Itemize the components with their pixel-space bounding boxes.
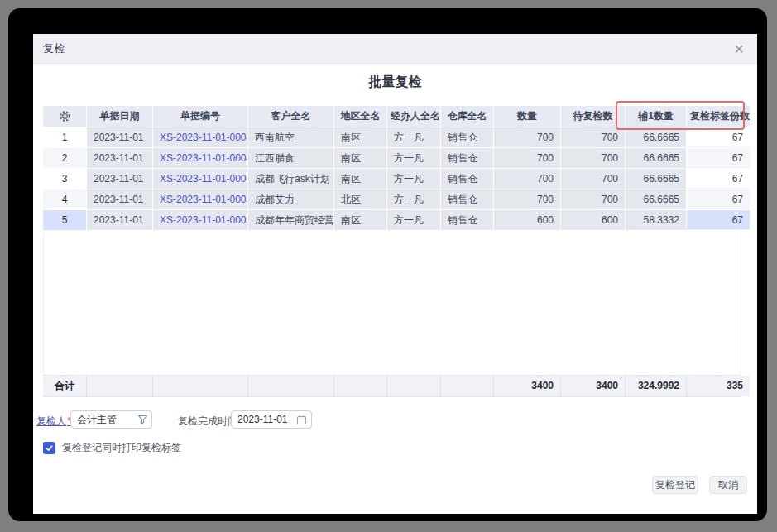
dialog-header: 复检 × [33, 34, 757, 64]
cell-aux1: 66.6665 [626, 169, 686, 189]
print-label-checkbox-label: 复检登记同时打印复检标签 [62, 441, 181, 455]
column-settings-gear-icon[interactable] [43, 106, 86, 127]
cell-region: 南区 [334, 210, 386, 230]
total-cell-docno [153, 376, 247, 396]
cell-rownum[interactable]: 5 [43, 210, 86, 230]
print-label-checkbox[interactable] [43, 442, 55, 454]
table-row[interactable]: 52023-11-01XS-2023-11-01-00051成都年年商贸经营部南… [43, 210, 741, 230]
batch-reinspection-table: 单据日期单据编号客户全名地区全名经办人全名仓库全名数量待复检数辅1数量复检标签份… [43, 106, 741, 231]
total-cell-labels: 335 [687, 376, 750, 396]
column-header-region: 地区全名 [334, 106, 386, 127]
filter-icon[interactable] [137, 415, 148, 425]
table-row[interactable]: 42023-11-01XS-2023-11-01-00050成都艾力北区方一凡销… [43, 189, 741, 209]
cell-docno[interactable]: XS-2023-11-01-00050 [153, 189, 247, 209]
column-header-qty: 数量 [494, 106, 560, 127]
total-cell-customer [248, 376, 333, 396]
cell-qty: 600 [494, 210, 560, 230]
cell-labels[interactable]: 67 [687, 169, 750, 189]
cell-pending: 700 [561, 127, 625, 147]
cell-pending: 700 [561, 189, 625, 209]
total-cell-warehouse [441, 376, 493, 396]
browser-window: 复检 × 批量复检 单据日期单据编号客户全名地区全名经办人全名仓库全名数量待复检… [8, 8, 767, 521]
table-total-row: 合计34003400324.9992335 [43, 375, 741, 397]
cell-rownum[interactable]: 2 [43, 148, 86, 168]
cell-customer: 成都艾力 [248, 189, 333, 209]
cell-aux1: 66.6665 [626, 189, 686, 209]
cell-labels[interactable]: 67 [687, 127, 750, 147]
cell-docno[interactable]: XS-2023-11-01-00048 [153, 148, 247, 168]
cell-handler: 方一凡 [387, 127, 440, 147]
cell-handler: 方一凡 [387, 169, 440, 189]
table-row[interactable]: 12023-11-01XS-2023-11-01-00047西南航空南区方一凡销… [43, 127, 741, 147]
close-icon[interactable]: × [734, 41, 744, 57]
cell-warehouse: 销售仓 [441, 189, 493, 209]
cell-customer: 江西腊食 [248, 148, 333, 168]
total-cell-aux1: 324.9992 [626, 376, 686, 396]
column-header-date: 单据日期 [87, 106, 152, 127]
reinspection-dialog: 复检 × 批量复检 单据日期单据编号客户全名地区全名经办人全名仓库全名数量待复检… [33, 34, 757, 514]
column-header-customer: 客户全名 [248, 106, 333, 127]
cell-docno[interactable]: XS-2023-11-01-00051 [153, 210, 247, 230]
column-header-labels: 复检标签份数 [687, 106, 750, 127]
total-cell-qty: 3400 [494, 376, 560, 396]
cell-region: 南区 [334, 148, 386, 168]
checkbox-check-icon [45, 443, 54, 453]
cell-labels[interactable]: 67 [687, 148, 750, 168]
completion-time-label: 复检完成时间 [178, 415, 237, 429]
print-label-option: 复检登记同时打印复检标签 [43, 441, 181, 454]
cell-pending: 600 [561, 210, 625, 230]
cell-customer: 成都飞行ask计划 [248, 169, 333, 189]
dialog-title: 复检 [43, 41, 65, 56]
cell-region: 南区 [334, 127, 386, 147]
cell-date: 2023-11-01 [87, 148, 152, 168]
cell-pending: 700 [561, 169, 625, 189]
calendar-icon[interactable] [296, 415, 307, 425]
cell-handler: 方一凡 [387, 189, 440, 209]
cell-qty: 700 [494, 169, 560, 189]
column-header-aux1: 辅1数量 [626, 106, 686, 127]
reinspector-label[interactable]: 复检人* [36, 415, 71, 429]
column-header-warehouse: 仓库全名 [441, 106, 493, 127]
cell-rownum[interactable]: 4 [43, 189, 86, 209]
cell-labels[interactable]: 67 [687, 189, 750, 209]
cell-region: 南区 [334, 169, 386, 189]
cell-customer: 西南航空 [248, 127, 333, 147]
cell-handler: 方一凡 [387, 148, 440, 168]
cell-aux1: 58.3332 [626, 210, 686, 230]
cell-warehouse: 销售仓 [441, 148, 493, 168]
cell-docno[interactable]: XS-2023-11-01-00047 [153, 127, 247, 147]
total-cell-region [334, 376, 386, 396]
cell-date: 2023-11-01 [87, 189, 152, 209]
cell-labels[interactable]: 67 [687, 210, 750, 230]
page-title: 批量复检 [33, 74, 757, 91]
cell-pending: 700 [561, 148, 625, 168]
total-cell-handler [387, 376, 440, 396]
cell-docno[interactable]: XS-2023-11-01-00049 [153, 169, 247, 189]
cell-qty: 700 [494, 189, 560, 209]
cell-aux1: 66.6665 [626, 148, 686, 168]
cell-date: 2023-11-01 [87, 169, 152, 189]
cell-aux1: 66.6665 [626, 127, 686, 147]
cell-qty: 700 [494, 148, 560, 168]
column-header-handler: 经办人全名 [387, 106, 440, 127]
cell-customer: 成都年年商贸经营部 [248, 210, 333, 230]
cell-rownum[interactable]: 3 [43, 169, 86, 189]
table-header-row: 单据日期单据编号客户全名地区全名经办人全名仓库全名数量待复检数辅1数量复检标签份… [43, 106, 741, 127]
column-header-docno: 单据编号 [153, 106, 247, 127]
table-empty-area [43, 231, 741, 375]
table-row[interactable]: 22023-11-01XS-2023-11-01-00048江西腊食南区方一凡销… [43, 148, 741, 168]
cell-handler: 方一凡 [387, 210, 440, 230]
total-cell-pending: 3400 [561, 376, 625, 396]
cancel-button[interactable]: 取消 [709, 476, 747, 494]
total-cell-rownum: 合计 [43, 376, 86, 396]
table-row[interactable]: 32023-11-01XS-2023-11-01-00049成都飞行ask计划南… [43, 169, 741, 189]
cell-qty: 700 [494, 127, 560, 147]
cell-warehouse: 销售仓 [441, 210, 493, 230]
cell-date: 2023-11-01 [87, 127, 152, 147]
cell-rownum[interactable]: 1 [43, 127, 86, 147]
register-reinspection-button[interactable]: 复检登记 [652, 476, 698, 494]
form-row: 复检人* 复检完成时间 [33, 410, 757, 430]
cell-date: 2023-11-01 [87, 210, 152, 230]
cell-region: 北区 [334, 189, 386, 209]
column-header-pending: 待复检数 [561, 106, 625, 127]
